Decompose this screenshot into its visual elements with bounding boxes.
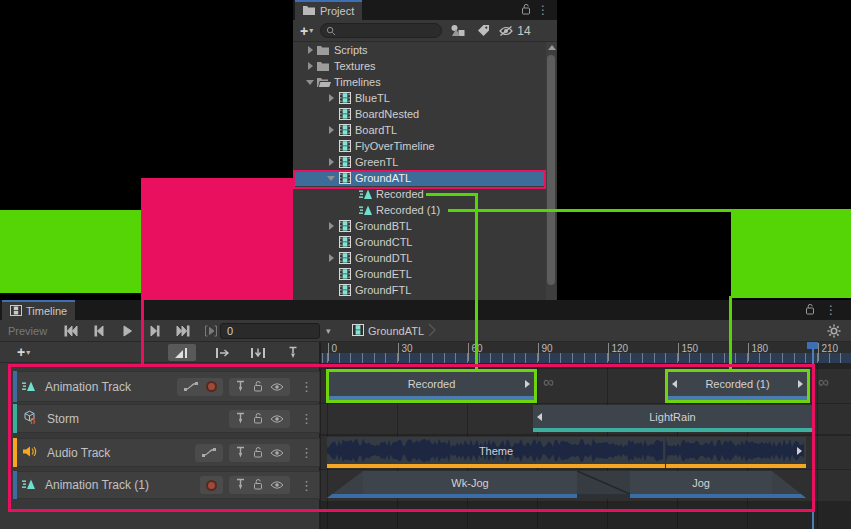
expand-arrow-icon[interactable] (325, 176, 337, 181)
tree-item-groundbtl[interactable]: GroundBTL (293, 218, 546, 234)
audio-waveform (666, 438, 804, 463)
lock-icon[interactable] (521, 3, 531, 18)
clip-wk-jog[interactable]: Wk-Jog (363, 471, 577, 498)
track-header-animation-track[interactable]: Animation Track⋮ (13, 371, 320, 402)
lock-button[interactable] (253, 476, 263, 494)
track-menu-button[interactable]: ⋮ (300, 478, 313, 493)
tree-item-groundftl[interactable]: GroundFTL (293, 282, 546, 298)
time-ruler[interactable]: 0306090120150180210 (321, 342, 851, 363)
tree-item-grounddtl[interactable]: GroundDTL (293, 250, 546, 266)
tree-item-groundetl[interactable]: GroundETL (293, 266, 546, 282)
track-menu-button[interactable]: ⋮ (300, 411, 313, 426)
frame-field-dropdown[interactable]: ▾ (326, 326, 331, 336)
mute-eye-button[interactable] (270, 378, 284, 396)
clip-theme-continued[interactable] (666, 437, 806, 468)
clip-lightrain[interactable]: LightRain (533, 405, 812, 432)
clips-area[interactable]: 0306090120150180210 Recorded ∞ Recorded … (321, 342, 851, 529)
menu-kebab-icon[interactable]: ⋮ (537, 3, 549, 17)
tab-timeline-label: Timeline (26, 305, 67, 317)
pin-button[interactable] (235, 476, 246, 494)
mute-eye-button[interactable] (270, 444, 284, 462)
tree-item-timelines[interactable]: Timelines (293, 74, 546, 90)
pin-button[interactable] (235, 410, 246, 428)
marker-pin-button[interactable] (281, 344, 305, 361)
tree-item-boardtl[interactable]: BoardTL (293, 122, 546, 138)
expand-arrow-icon[interactable] (304, 46, 316, 54)
clip-recorded-1[interactable]: Recorded (1) (668, 372, 807, 400)
tree-item-greentl[interactable]: GreenTL (293, 154, 546, 170)
clip-recorded[interactable]: Recorded (329, 372, 534, 400)
lock-button[interactable] (253, 410, 263, 428)
record-button[interactable] (206, 381, 217, 392)
track-name: Animation Track (45, 380, 131, 394)
clip-right-arrow-icon (525, 380, 530, 388)
mix-mode-button[interactable] (168, 344, 196, 361)
track-menu-button[interactable]: ⋮ (300, 445, 313, 460)
pin-button[interactable] (235, 378, 246, 396)
expand-arrow-icon[interactable] (325, 222, 337, 230)
tab-timeline[interactable]: Timeline (2, 300, 75, 320)
track-header-storm[interactable]: {}Storm⋮ (13, 404, 320, 433)
scroll-up-arrow-icon[interactable] (548, 45, 556, 50)
clip-jog[interactable]: Jog (630, 471, 772, 498)
expand-arrow-icon[interactable] (325, 94, 337, 102)
frame-field[interactable]: 0 (220, 323, 320, 339)
track-header-animation-track-1-[interactable]: Animation Track (1)⋮ (13, 471, 320, 499)
menu-kebab-icon[interactable]: ⋮ (825, 303, 837, 317)
playhead-line[interactable] (812, 342, 814, 529)
playhead-handle[interactable] (807, 342, 818, 349)
tree-item-flyovertimeline[interactable]: FlyOverTimeline (293, 138, 546, 154)
tree-item-boardnested[interactable]: BoardNested (293, 106, 546, 122)
next-frame-button[interactable] (142, 320, 168, 342)
create-asset-button[interactable]: +▾ (297, 23, 316, 39)
lock-button[interactable] (253, 378, 263, 396)
timeline-icon (337, 108, 352, 120)
curves-toggle-button[interactable] (183, 378, 199, 396)
clip-right-arrow-icon (798, 380, 803, 388)
replace-mode-button[interactable] (244, 344, 272, 361)
settings-gear-icon[interactable] (827, 320, 841, 342)
search-input[interactable] (339, 25, 429, 37)
track-menu-button[interactable]: ⋮ (300, 379, 313, 394)
expand-arrow-icon[interactable] (325, 254, 337, 262)
hidden-items-toggle[interactable]: 14 (498, 24, 530, 38)
clip-crossfade[interactable] (577, 471, 630, 498)
curves-toggle-button[interactable] (201, 444, 217, 462)
expand-arrow-icon[interactable] (304, 62, 316, 70)
tree-item-bluetl[interactable]: BlueTL (293, 90, 546, 106)
track-header-audio-track[interactable]: Audio Track⋮ (13, 438, 320, 467)
record-button[interactable] (206, 480, 217, 491)
project-scrollbar[interactable] (546, 42, 556, 300)
mute-eye-button[interactable] (270, 476, 284, 494)
pin-button[interactable] (235, 444, 246, 462)
search-by-type-icon[interactable] (446, 23, 468, 39)
tree-item-scripts[interactable]: Scripts (293, 42, 546, 58)
previous-frame-button[interactable] (86, 320, 112, 342)
expand-arrow-icon[interactable] (325, 126, 337, 134)
ripple-mode-button[interactable] (209, 344, 236, 361)
play-button[interactable] (114, 320, 140, 342)
add-track-button[interactable]: +▾ (14, 344, 33, 360)
anim-icon (358, 205, 373, 216)
tree-item-groundatl[interactable]: GroundATL (293, 170, 546, 186)
tree-item-groundctl[interactable]: GroundCTL (293, 234, 546, 250)
expand-arrow-icon[interactable] (304, 80, 316, 85)
breadcrumb[interactable]: GroundATL (352, 320, 436, 342)
infinity-icon: ∞ (543, 376, 554, 388)
project-search[interactable] (320, 23, 442, 38)
tree-item-textures[interactable]: Textures (293, 58, 546, 74)
scrollbar-thumb[interactable] (547, 55, 555, 285)
tree-item-recorded-1-[interactable]: Recorded (1) (293, 202, 546, 218)
search-by-label-icon[interactable] (472, 23, 494, 39)
lock-icon[interactable] (805, 303, 815, 318)
preview-toggle[interactable]: Preview (8, 320, 47, 342)
mute-eye-button[interactable] (270, 410, 284, 428)
lock-button[interactable] (253, 444, 263, 462)
expand-arrow-icon[interactable] (325, 158, 337, 166)
goto-end-button[interactable] (170, 320, 196, 342)
tab-project[interactable]: Project (295, 0, 362, 20)
goto-start-button[interactable] (58, 320, 84, 342)
clip-theme[interactable]: Theme (327, 437, 665, 468)
track-headers-column: +▾ Animation Track⋮{}Storm⋮Audio Track⋮A… (0, 342, 321, 529)
tree-item-recorded[interactable]: Recorded (293, 186, 546, 202)
